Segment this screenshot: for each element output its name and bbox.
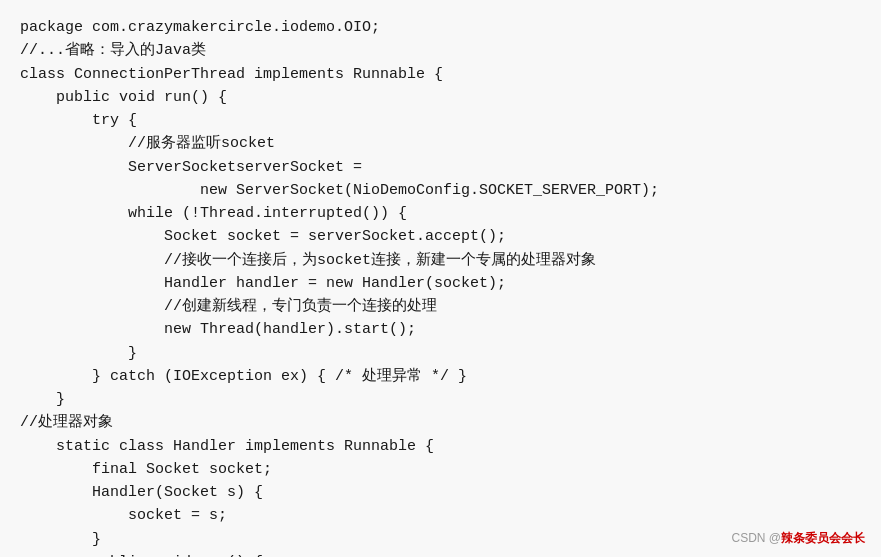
watermark-brand: 辣条委员会会长 [781,531,865,545]
code-container: package com.crazymakercircle.iodemo.OIO;… [0,0,881,557]
watermark-prefix: CSDN @ [731,531,781,545]
watermark: CSDN @辣条委员会会长 [731,530,865,547]
code-block: package com.crazymakercircle.iodemo.OIO;… [20,16,861,557]
